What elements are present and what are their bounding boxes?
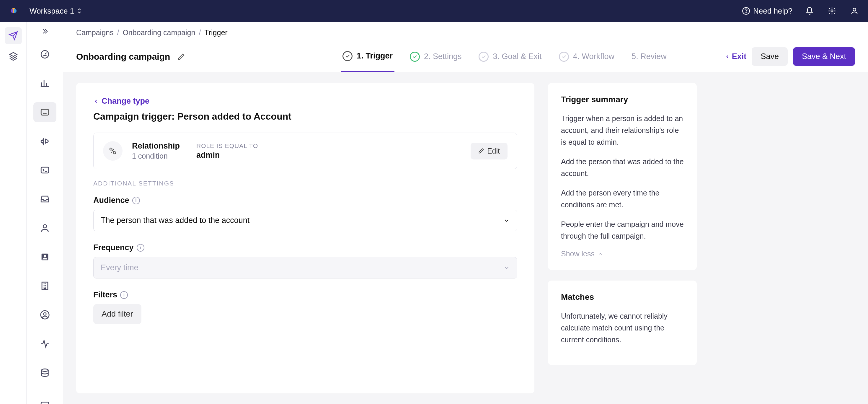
sidebar-item-deliveries[interactable] xyxy=(33,189,56,209)
step-label: 2. Settings xyxy=(424,52,462,61)
trigger-card: Change type Campaign trigger: Person add… xyxy=(76,83,534,393)
sidebar-item-content[interactable] xyxy=(33,400,56,404)
chevrons-right-icon xyxy=(41,27,49,35)
matches-title: Matches xyxy=(561,292,684,302)
breadcrumb-onboarding[interactable]: Onboarding campaign xyxy=(123,28,195,37)
need-help-label: Need help? xyxy=(753,6,793,15)
sidebar-item-transactional[interactable] xyxy=(33,160,56,180)
id-card-icon xyxy=(40,252,50,262)
sidebar-item-segments[interactable] xyxy=(33,305,56,325)
audience-select[interactable]: The person that was added to the account xyxy=(93,210,517,231)
frequency-select[interactable]: Every time xyxy=(93,257,517,279)
sidebar-item-contacts[interactable] xyxy=(33,247,56,267)
app-logo-icon xyxy=(8,6,19,16)
chevron-up-down-icon xyxy=(77,8,82,14)
wizard-steps: 1. Trigger 2. Settings 3. Goal & Exit xyxy=(341,41,668,72)
trigger-heading: Campaign trigger: Person added to Accoun… xyxy=(93,111,517,122)
audience-label: Audience i xyxy=(93,196,517,205)
sidebar-item-accounts[interactable] xyxy=(33,276,56,296)
layout-icon xyxy=(40,400,50,404)
step-label: 5. Review xyxy=(631,52,666,61)
additional-settings-divider: ADDITIONAL SETTINGS xyxy=(93,180,517,187)
svg-point-13 xyxy=(41,369,48,372)
save-next-button[interactable]: Save & Next xyxy=(793,47,855,66)
step-trigger[interactable]: 1. Trigger xyxy=(341,41,395,72)
notifications-button[interactable] xyxy=(804,6,815,16)
summary-p3: Add the person every time the conditions… xyxy=(561,187,684,211)
sidebar-item-people[interactable] xyxy=(33,218,56,238)
workspace-label: Workspace 1 xyxy=(30,6,74,15)
show-less-toggle[interactable]: Show less xyxy=(561,250,684,258)
step-label: 4. Workflow xyxy=(573,52,615,61)
breadcrumb-separator: / xyxy=(199,28,201,37)
sidebar-item-broadcasts[interactable] xyxy=(33,131,56,151)
sidebar-item-analytics[interactable] xyxy=(33,73,56,93)
sidebar-item-dashboard[interactable] xyxy=(33,44,56,64)
svg-point-3 xyxy=(853,8,856,11)
info-icon[interactable]: i xyxy=(120,291,128,299)
audience-value: The person that was added to the account xyxy=(101,216,249,225)
pencil-icon xyxy=(178,53,185,60)
frequency-label-text: Frequency xyxy=(93,243,134,252)
help-circle-icon xyxy=(742,7,750,15)
step-settings[interactable]: 2. Settings xyxy=(408,41,464,72)
summary-p4: People enter the campaign and move throu… xyxy=(561,218,684,242)
rail-item-layers[interactable] xyxy=(5,48,22,65)
svg-point-7 xyxy=(43,225,46,228)
svg-point-9 xyxy=(43,255,46,257)
rail-item-send[interactable] xyxy=(5,27,22,44)
activity-icon xyxy=(40,339,50,349)
edit-condition-button[interactable]: Edit xyxy=(471,143,507,159)
app-rail xyxy=(0,22,27,404)
chevron-left-icon xyxy=(93,99,99,104)
add-filter-button[interactable]: Add filter xyxy=(93,304,142,324)
inbox-icon xyxy=(40,194,50,204)
breadcrumb-campaigns[interactable]: Campaigns xyxy=(76,28,113,37)
check-circle-icon xyxy=(559,52,569,62)
sidebar-item-data[interactable] xyxy=(33,363,56,383)
send-icon xyxy=(8,31,18,40)
check-circle-icon xyxy=(478,52,489,62)
info-icon[interactable]: i xyxy=(132,197,140,205)
pencil-icon xyxy=(478,148,484,154)
sidebar-expand-button[interactable] xyxy=(36,27,54,35)
info-icon[interactable]: i xyxy=(137,244,144,252)
gear-icon xyxy=(828,7,836,15)
building-icon xyxy=(40,281,50,291)
change-type-label: Change type xyxy=(101,97,149,106)
top-header: Workspace 1 Need help? xyxy=(0,0,868,22)
chevron-left-icon xyxy=(725,54,730,59)
audience-label-text: Audience xyxy=(93,196,129,205)
filters-label-text: Filters xyxy=(93,290,117,300)
user-icon xyxy=(850,7,859,15)
summary-p2: Add the person that was added to the acc… xyxy=(561,156,684,179)
sidebar-item-campaigns[interactable] xyxy=(33,102,56,122)
page-title: Onboarding campaign xyxy=(76,52,170,62)
settings-button[interactable] xyxy=(827,6,837,16)
sidebar xyxy=(27,22,63,404)
chevron-down-icon xyxy=(503,217,510,224)
rename-campaign-button[interactable] xyxy=(175,51,187,63)
sidebar-item-activity[interactable] xyxy=(33,334,56,354)
save-button[interactable]: Save xyxy=(752,47,788,66)
step-review[interactable]: 5. Review xyxy=(630,41,669,72)
change-type-link[interactable]: Change type xyxy=(93,97,517,106)
step-workflow[interactable]: 4. Workflow xyxy=(557,41,616,72)
need-help-button[interactable]: Need help? xyxy=(742,6,793,15)
summary-title: Trigger summary xyxy=(561,95,684,104)
exit-link[interactable]: Exit xyxy=(725,52,747,61)
account-button[interactable] xyxy=(849,6,860,16)
database-icon xyxy=(40,368,50,378)
layers-icon xyxy=(8,52,18,61)
chevron-up-icon xyxy=(597,251,603,257)
workspace-switcher[interactable]: Workspace 1 xyxy=(30,6,82,15)
step-label: 3. Goal & Exit xyxy=(493,52,541,61)
gauge-icon xyxy=(40,49,50,59)
svg-point-2 xyxy=(831,10,833,12)
step-goal-exit[interactable]: 3. Goal & Exit xyxy=(477,41,543,72)
edit-label: Edit xyxy=(487,147,500,155)
header-right: Need help? xyxy=(742,6,860,16)
title-bar: Onboarding campaign 1. Trigger xyxy=(63,41,868,72)
svg-rect-14 xyxy=(41,402,49,404)
message-icon xyxy=(40,107,50,117)
